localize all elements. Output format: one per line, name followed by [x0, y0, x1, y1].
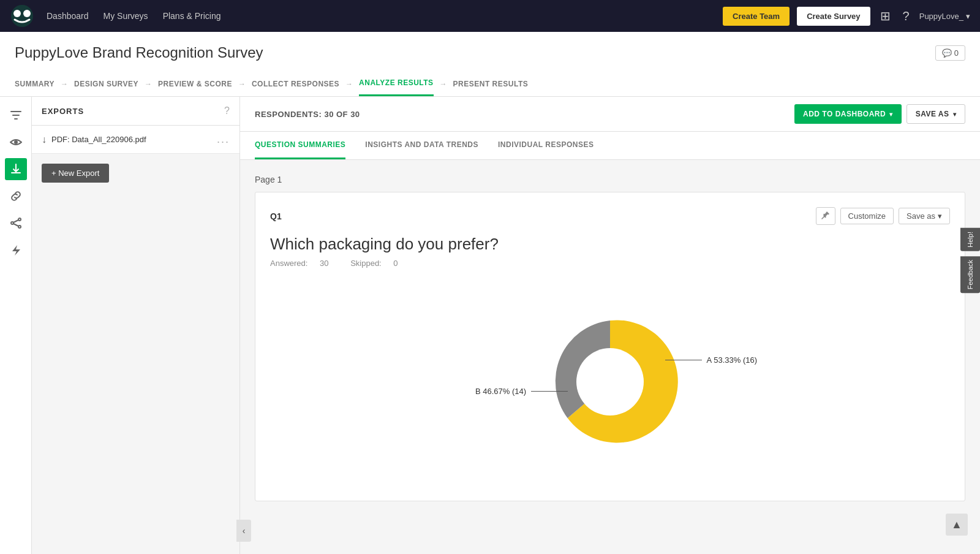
donut-hole	[576, 348, 644, 416]
step-arrow-2: →	[145, 80, 152, 88]
top-navigation: Dashboard My Surveys Plans & Pricing Cre…	[0, 0, 980, 32]
content-tabs: QUESTION SUMMARIES INSIGHTS AND DATA TRE…	[240, 132, 980, 160]
question-card-header: Q1 Customize Save as ▾	[270, 207, 950, 225]
respondents-label: RESPONDENTS: 30 of 30	[255, 110, 360, 119]
pin-button[interactable]	[816, 207, 835, 225]
save-chart-button[interactable]: Save as ▾	[899, 208, 950, 224]
export-item: ↓ PDF: Data_All_220906.pdf ...	[32, 126, 239, 154]
step-arrow-4: →	[345, 80, 353, 88]
svg-point-6	[18, 226, 21, 228]
left-sidebar	[0, 97, 32, 554]
view-icon-btn[interactable]	[5, 131, 27, 153]
nav-dashboard[interactable]: Dashboard	[47, 11, 89, 21]
nav-right: Create Team Create Survey ⊞ ? PuppyLove_…	[723, 6, 970, 26]
logo[interactable]	[10, 4, 34, 28]
content-toolbar: RESPONDENTS: 30 of 30 ADD TO DASHBOARD ▾…	[240, 97, 980, 132]
exports-title: EXPORTS	[42, 107, 84, 116]
user-menu[interactable]: PuppyLove_ ▾	[919, 12, 970, 21]
questions-area: Page 1 Q1 Customize Save as ▾	[240, 160, 980, 554]
save-chart-label: Save as	[907, 211, 935, 221]
create-team-button[interactable]: Create Team	[723, 7, 790, 26]
export-icon-btn[interactable]	[5, 158, 27, 180]
export-more-button[interactable]: ...	[217, 133, 230, 146]
link-icon-btn[interactable]	[5, 185, 27, 207]
step-arrow-1: →	[61, 80, 68, 88]
tab-question-summaries[interactable]: QUESTION SUMMARIES	[255, 132, 345, 159]
grid-icon-button[interactable]: ⊞	[878, 6, 893, 26]
page-label: Page 1	[255, 175, 965, 184]
step-arrow-3: →	[238, 80, 246, 88]
save-as-dropdown-icon: ▾	[953, 111, 957, 118]
add-dashboard-dropdown-icon: ▾	[889, 111, 893, 118]
question-actions: Customize Save as ▾	[816, 207, 950, 225]
question-text: Which packaging do you prefer?	[270, 235, 950, 254]
toolbar-right: ADD TO DASHBOARD ▾ SAVE AS ▾	[794, 104, 965, 124]
exports-panel: EXPORTS ? ↓ PDF: Data_All_220906.pdf ...…	[32, 97, 240, 554]
filter-icon-btn[interactable]	[5, 104, 27, 126]
collapse-sidebar-button[interactable]: ‹	[236, 520, 251, 542]
comment-count: 0	[954, 48, 959, 58]
save-as-label: SAVE AS	[916, 110, 949, 118]
save-chart-dropdown-icon: ▾	[938, 211, 942, 221]
help-tab[interactable]: Help!	[960, 228, 980, 251]
exports-header: EXPORTS ?	[32, 97, 239, 126]
export-file-label: PDF: Data_All_220906.pdf	[51, 135, 212, 144]
svg-point-5	[11, 222, 13, 224]
exports-help-icon[interactable]: ?	[224, 105, 230, 116]
create-survey-button[interactable]: Create Survey	[797, 7, 870, 26]
comment-icon: 💬	[942, 48, 952, 58]
add-to-dashboard-button[interactable]: ADD TO DASHBOARD ▾	[794, 104, 902, 124]
lightning-icon-btn[interactable]	[5, 239, 27, 261]
tab-individual-responses[interactable]: INDIVIDUAL RESPONSES	[498, 132, 594, 159]
survey-title-row: PuppyLove Brand Recognition Survey 💬 0	[15, 44, 965, 71]
question-number: Q1	[270, 211, 282, 221]
step-analyze-results[interactable]: Analyze Results	[359, 71, 434, 96]
step-arrow-5: →	[440, 80, 447, 88]
step-preview-score[interactable]: Preview & Score	[158, 72, 232, 96]
nav-links: Dashboard My Surveys Plans & Pricing	[47, 11, 723, 21]
step-collect-responses[interactable]: Collect Responses	[252, 72, 339, 96]
question-card: Q1 Customize Save as ▾ Which packaging d…	[255, 192, 965, 501]
question-meta: Answered: 30 Skipped: 0	[270, 259, 950, 268]
help-icon-button[interactable]: ?	[900, 7, 912, 26]
add-dashboard-label: ADD TO DASHBOARD	[803, 110, 886, 118]
chart-container: B 46.67% (14)	[270, 278, 950, 486]
svg-point-0	[11, 5, 33, 27]
donut-chart	[537, 308, 684, 455]
step-present-results[interactable]: Present Results	[453, 72, 529, 96]
chart-label-a: A 53.33% (16)	[707, 355, 757, 365]
survey-title: PuppyLove Brand Recognition Survey	[15, 44, 263, 61]
user-name: PuppyLove_	[919, 12, 963, 21]
comment-badge[interactable]: 💬 0	[935, 45, 965, 61]
save-as-button[interactable]: SAVE AS ▾	[907, 104, 965, 124]
scroll-up-button[interactable]: ▲	[946, 514, 968, 536]
share-icon-btn[interactable]	[5, 212, 27, 234]
feedback-tab[interactable]: Feedback	[960, 256, 980, 293]
svg-point-3	[14, 140, 18, 144]
svg-point-1	[13, 10, 21, 17]
step-navigation: Summary → Design Survey → Preview & Scor…	[15, 71, 965, 96]
svg-point-2	[23, 10, 31, 17]
user-dropdown-icon: ▾	[966, 12, 970, 21]
nav-my-surveys[interactable]: My Surveys	[104, 11, 148, 21]
step-design-survey[interactable]: Design Survey	[74, 72, 138, 96]
step-summary[interactable]: Summary	[15, 72, 55, 96]
survey-header: PuppyLove Brand Recognition Survey 💬 0 S…	[0, 32, 980, 97]
chart-label-b: B 46.67% (14)	[475, 387, 526, 396]
answered-label: Answered: 30	[270, 259, 341, 268]
skipped-label: Skipped: 0	[350, 259, 407, 268]
nav-plans-pricing[interactable]: Plans & Pricing	[163, 11, 221, 21]
svg-point-4	[18, 218, 21, 221]
content-area: RESPONDENTS: 30 of 30 ADD TO DASHBOARD ▾…	[240, 97, 980, 554]
main-layout: EXPORTS ? ↓ PDF: Data_All_220906.pdf ...…	[0, 97, 980, 554]
export-download-icon: ↓	[42, 134, 47, 145]
customize-button[interactable]: Customize	[840, 208, 894, 224]
tab-insights-data-trends[interactable]: INSIGHTS AND DATA TRENDS	[365, 132, 478, 159]
new-export-button[interactable]: + New Export	[42, 164, 109, 183]
